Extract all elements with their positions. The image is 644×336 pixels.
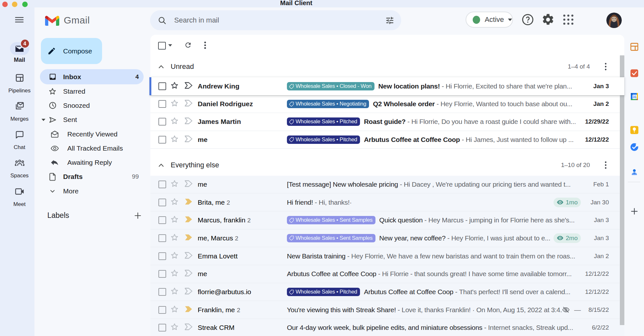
svg-text:31: 31 [633, 95, 637, 99]
